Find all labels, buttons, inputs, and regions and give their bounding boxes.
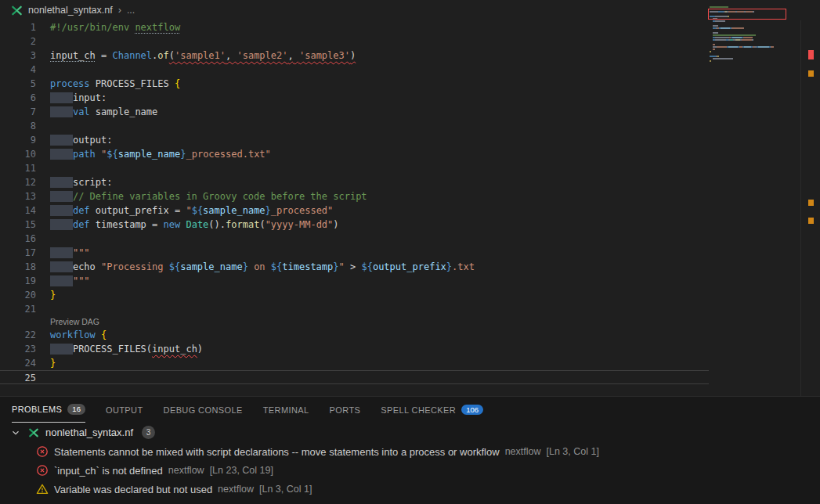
problem-row[interactable]: `input_ch` is not definednextflow[Ln 23,…	[0, 461, 820, 480]
minimap-line	[710, 53, 800, 55]
problem-location: [Ln 3, Col 1]	[259, 484, 312, 495]
tab-label: TERMINAL	[263, 405, 309, 415]
code-line[interactable]: 19 """	[0, 274, 709, 288]
problems-file-group[interactable]: nonlethal_syntax.nf 3	[0, 423, 820, 442]
problem-message: Statements cannot be mixed with script d…	[54, 446, 500, 458]
code-token: timestamp	[282, 261, 333, 272]
minimap-token	[744, 46, 751, 48]
minimap-token	[715, 39, 726, 41]
code-lines[interactable]: 1#!/usr/bin/env nextflow23input_ch = Cha…	[0, 20, 709, 396]
warning-triangle-icon	[36, 483, 49, 495]
code-line[interactable]: 2	[0, 34, 709, 49]
minimap-token	[731, 27, 744, 29]
code-token: _processed.txt"	[186, 149, 270, 160]
code-line[interactable]: 8	[0, 119, 709, 133]
minimap-token	[758, 46, 769, 48]
code-line[interactable]: 21	[0, 302, 709, 316]
code-token: of	[157, 50, 168, 61]
code-token: =	[96, 50, 113, 61]
minimap-token	[742, 39, 752, 41]
code-line[interactable]: 24}	[0, 356, 709, 370]
panel-tab-spell-checker[interactable]: SPELL CHECKER106	[381, 397, 483, 423]
line-number: 13	[0, 189, 50, 203]
problems-view: nonlethal_syntax.nf 3 Statements cannot …	[0, 423, 820, 499]
code-token: )	[350, 50, 356, 61]
error-circle-icon	[36, 464, 49, 477]
code-line[interactable]: 18 echo "Processing ${sample_name} on ${…	[0, 260, 709, 274]
code-token: (	[259, 219, 265, 230]
code-line[interactable]: 12 script:	[0, 175, 709, 189]
breadcrumb-filename[interactable]: nonlethal_syntax.nf	[28, 5, 113, 16]
breadcrumb-symbol-ellipsis[interactable]: ...	[127, 5, 135, 16]
code-token: )	[197, 344, 203, 355]
problem-row[interactable]: Statements cannot be mixed with script d…	[0, 442, 820, 461]
code-text: echo "Processing ${sample_name} on ${tim…	[50, 260, 709, 274]
code-line[interactable]: 4	[0, 63, 709, 77]
code-token: }	[333, 261, 338, 272]
code-text: }	[50, 288, 709, 302]
code-line[interactable]: 16	[0, 232, 709, 246]
line-number: 25	[0, 371, 50, 383]
code-token: script:	[73, 177, 113, 188]
minimap[interactable]	[710, 6, 800, 65]
code-token: "Processing	[101, 261, 169, 272]
line-number: 5	[0, 77, 50, 91]
problems-count-badge: 3	[142, 426, 155, 439]
code-token: process	[50, 78, 90, 89]
code-token: new	[164, 219, 181, 230]
chevron-down-icon[interactable]	[9, 427, 22, 439]
code-line[interactable]: 22workflow {	[0, 328, 709, 342]
code-token	[50, 177, 73, 188]
code-line[interactable]: 14 def output_prefix = "${sample_name}_p…	[0, 203, 709, 218]
code-token	[50, 275, 73, 286]
code-token: // Define variables in Groovy code befor…	[73, 191, 367, 202]
code-token	[50, 219, 73, 230]
panel-tab-problems[interactable]: PROBLEMS16	[12, 397, 85, 423]
codelens-preview-dag[interactable]: Preview DAG	[50, 316, 709, 328]
code-line[interactable]: 13 // Define variables in Groovy code be…	[0, 189, 709, 203]
minimap-token	[715, 20, 725, 22]
code-text: input:	[50, 91, 709, 105]
code-line[interactable]: 1#!/usr/bin/env nextflow	[0, 20, 709, 34]
minimap-line	[710, 63, 800, 64]
code-line[interactable]: 7 val sample_name	[0, 105, 709, 119]
problem-location: [Ln 3, Col 1]	[547, 446, 599, 457]
minimap-line	[710, 44, 800, 45]
line-number: 4	[0, 63, 50, 77]
code-token: ${	[361, 261, 372, 272]
codelens-row[interactable]: Preview DAG	[0, 316, 709, 328]
minimap-token	[728, 46, 738, 48]
panel-tab-output[interactable]: OUTPUT	[106, 397, 143, 423]
code-token: >	[345, 261, 362, 272]
code-line[interactable]: 25	[0, 370, 709, 384]
code-text: path "${sample_name}_processed.txt"	[50, 147, 709, 161]
nextflow-file-icon	[10, 4, 23, 16]
code-line[interactable]: 15 def timestamp = new Date().format("yy…	[0, 218, 709, 232]
code-line[interactable]: 17 """	[0, 246, 709, 260]
code-line[interactable]: 23 PROCESS_FILES(input_ch)	[0, 342, 709, 356]
line-number: 20	[0, 288, 50, 302]
problem-row[interactable]: Variable was declared but not usednextfl…	[0, 480, 820, 499]
panel-tab-ports[interactable]: PORTS	[330, 397, 361, 423]
code-line[interactable]: 6 input:	[0, 91, 709, 105]
minimap-token	[713, 49, 715, 50]
panel-tab-debug-console[interactable]: DEBUG CONSOLE	[164, 397, 243, 423]
code-line[interactable]: 3input_ch = Channel.of('sample1', 'sampl…	[0, 49, 709, 63]
code-line[interactable]: 20}	[0, 288, 709, 302]
line-number: 2	[0, 34, 50, 49]
code-token: """	[73, 275, 90, 286]
code-line[interactable]: 9 output:	[0, 133, 709, 147]
code-token: .txt	[452, 261, 475, 272]
tab-label: SPELL CHECKER	[381, 405, 456, 415]
minimap-token	[743, 37, 753, 38]
code-line[interactable]: 10 path "${sample_name}_processed.txt"	[0, 147, 709, 161]
code-line[interactable]: 11	[0, 161, 709, 175]
line-number: 12	[0, 175, 50, 189]
line-number: 9	[0, 133, 50, 147]
code-token	[50, 261, 73, 272]
code-token: """	[73, 247, 90, 258]
minimap-line	[710, 39, 800, 41]
code-line[interactable]: 5process PROCESS_FILES {	[0, 77, 709, 91]
code-token: PROCESS_FILES	[90, 78, 175, 89]
panel-tab-terminal[interactable]: TERMINAL	[263, 397, 309, 423]
